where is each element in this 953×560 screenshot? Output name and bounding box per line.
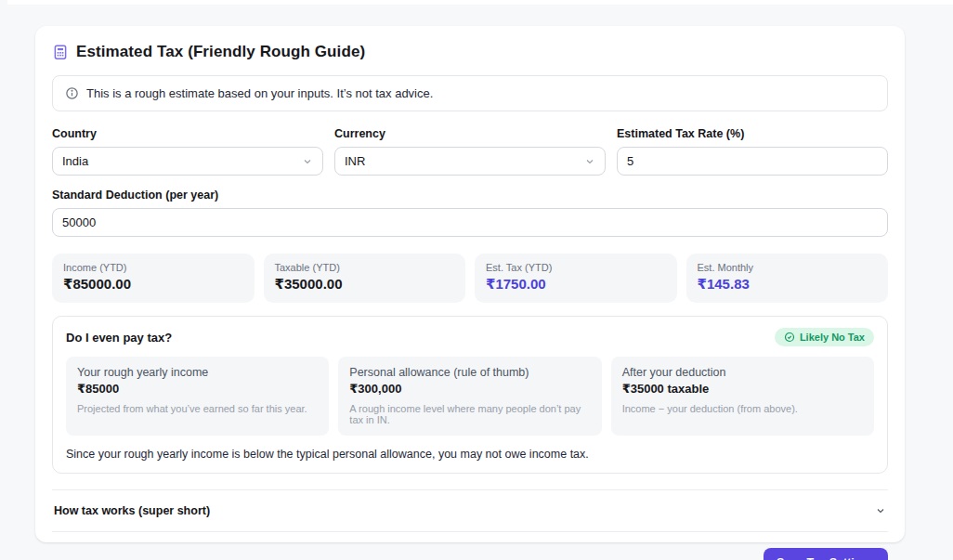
card-value: ₹35000 taxable <box>622 382 863 396</box>
stat-income-ytd: Income (YTD) ₹85000.00 <box>52 254 255 303</box>
badge-label: Likely No Tax <box>800 332 865 343</box>
country-label: Country <box>52 127 323 140</box>
chevron-down-icon <box>584 156 595 167</box>
accordion-label: How tax works (super short) <box>54 504 210 517</box>
disclaimer-banner: This is a rough estimate based on your i… <box>52 75 888 111</box>
country-field: Country India <box>52 127 323 176</box>
page-title: Estimated Tax (Friendly Rough Guide) <box>76 43 365 61</box>
stat-value: ₹145.83 <box>698 276 878 293</box>
calculator-icon <box>52 44 69 60</box>
after-deduction-card: After your deduction ₹35000 taxable Inco… <box>611 357 874 436</box>
card-title: Personal allowance (rule of thumb) <box>349 366 590 379</box>
currency-select[interactable]: INR <box>334 147 606 176</box>
card-header: Estimated Tax (Friendly Rough Guide) <box>52 43 888 61</box>
likely-no-tax-badge: Likely No Tax <box>775 328 874 346</box>
standard-deduction-field: Standard Deduction (per year) <box>52 189 888 237</box>
country-select-value: India <box>62 154 88 168</box>
stat-label: Est. Monthly <box>698 262 878 273</box>
stat-label: Taxable (YTD) <box>275 262 455 273</box>
panel-cards: Your rough yearly income ₹85000 Projecte… <box>66 357 874 436</box>
stat-est-monthly: Est. Monthly ₹145.83 <box>686 254 889 303</box>
stat-est-tax-ytd: Est. Tax (YTD) ₹1750.00 <box>475 254 677 303</box>
card-title: After your deduction <box>622 366 863 379</box>
tax-rate-input[interactable] <box>617 147 888 176</box>
chevron-down-icon <box>875 505 886 516</box>
stat-value: ₹1750.00 <box>486 276 666 293</box>
stat-taxable-ytd: Taxable (YTD) ₹35000.00 <box>264 254 466 303</box>
disclaimer-text: This is a rough estimate based on your i… <box>86 86 433 100</box>
stat-label: Est. Tax (YTD) <box>486 262 666 273</box>
chevron-down-icon <box>302 156 313 167</box>
tax-rate-field: Estimated Tax Rate (%) <box>617 127 888 176</box>
card-desc: A rough income level where many people d… <box>349 403 590 425</box>
save-tax-settings-button[interactable]: Save Tax Settings <box>764 548 888 560</box>
do-i-pay-tax-panel: Do I even pay tax? Likely No Tax Your ro… <box>52 316 888 474</box>
card-footer: Save Tax Settings <box>52 548 888 560</box>
check-circle-icon <box>784 332 795 343</box>
panel-header: Do I even pay tax? Likely No Tax <box>66 328 874 346</box>
info-icon <box>65 86 79 100</box>
card-value: ₹300,000 <box>349 382 590 396</box>
country-select[interactable]: India <box>52 147 323 176</box>
yearly-income-card: Your rough yearly income ₹85000 Projecte… <box>66 357 329 436</box>
currency-field: Currency INR <box>334 127 606 176</box>
stat-value: ₹85000.00 <box>63 276 243 293</box>
stat-label: Income (YTD) <box>63 262 243 273</box>
personal-allowance-card: Personal allowance (rule of thumb) ₹300,… <box>338 357 601 436</box>
conclusion-text: Since your rough yearly income is below … <box>66 448 874 461</box>
standard-deduction-input[interactable] <box>52 208 888 237</box>
card-title: Your rough yearly income <box>77 366 318 379</box>
currency-label: Currency <box>334 127 606 140</box>
estimated-tax-card: Estimated Tax (Friendly Rough Guide) Thi… <box>35 26 905 542</box>
panel-title: Do I even pay tax? <box>66 331 172 345</box>
tax-rate-label: Estimated Tax Rate (%) <box>617 127 888 140</box>
how-tax-works-accordion[interactable]: How tax works (super short) <box>52 489 888 532</box>
standard-deduction-label: Standard Deduction (per year) <box>52 189 888 202</box>
stat-value: ₹35000.00 <box>275 276 455 293</box>
settings-form-row: Country India Currency INR Estimated Tax… <box>52 127 888 176</box>
card-desc: Income − your deduction (from above). <box>622 403 863 414</box>
card-value: ₹85000 <box>77 382 318 396</box>
currency-select-value: INR <box>345 154 365 168</box>
stats-row: Income (YTD) ₹85000.00 Taxable (YTD) ₹35… <box>52 254 888 303</box>
card-desc: Projected from what you’ve earned so far… <box>77 403 318 414</box>
top-bar <box>7 0 953 5</box>
